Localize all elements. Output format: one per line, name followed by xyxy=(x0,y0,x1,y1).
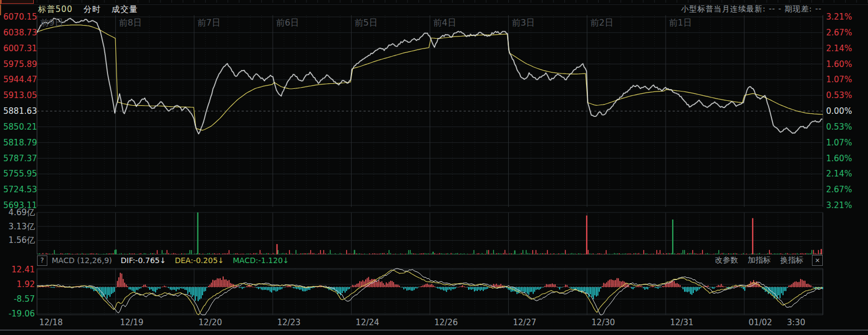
volume-axis-label: 1.56亿 xyxy=(3,235,35,246)
percent-axis-label: 1.07% xyxy=(826,75,852,84)
macd-toolbar: 改参数 加指标 换指标 ✕ xyxy=(705,255,823,266)
date-label: 12/30 xyxy=(592,318,615,327)
percent-axis-label: 3.21% xyxy=(826,12,852,22)
percent-axis-label: 2.14% xyxy=(826,44,852,53)
macd-axis-label: -8.57 xyxy=(3,294,35,304)
day-label: 前8日 xyxy=(119,17,141,29)
switch-indicator-button[interactable]: 换指标 xyxy=(780,255,803,265)
macd-axis-label: -19.06 xyxy=(3,309,35,319)
percent-axis-label: 0.53% xyxy=(826,90,852,100)
price-axis-label: 5850.21 xyxy=(3,122,35,132)
volume-axis-label: 3.13亿 xyxy=(3,221,35,232)
percent-axis-label: 1.07% xyxy=(826,138,852,148)
volume-axis-label: 4.69亿 xyxy=(3,208,35,218)
percent-axis-label: 2.14% xyxy=(826,169,852,179)
date-label: 12/26 xyxy=(434,318,458,327)
help-icon[interactable]: ? xyxy=(37,255,47,266)
percent-axis-label: 3.21% xyxy=(826,200,852,210)
date-label: 12/20 xyxy=(199,318,222,327)
trading-chart-app: 标普500 分时 成交量 小型标普当月连续最新: -- - 期现差: -- 60… xyxy=(0,0,868,335)
day-label: 前6日 xyxy=(276,17,299,29)
price-axis-label: 5944.47 xyxy=(3,75,35,84)
day-label: 前4日 xyxy=(433,17,456,29)
percent-axis-label: 0.53% xyxy=(826,122,852,132)
price-axis-label: 6007.31 xyxy=(3,44,35,53)
day-label: 前9日 xyxy=(40,17,63,29)
chart-canvas[interactable] xyxy=(0,0,868,335)
price-axis-label: 6038.73 xyxy=(3,28,35,38)
add-indicator-button[interactable]: 加指标 xyxy=(748,255,771,265)
day-label: 前1日 xyxy=(669,17,692,29)
macd-macd-value: MACD:-1.120↓ xyxy=(233,256,290,265)
percent-axis-label: 2.67% xyxy=(826,185,852,194)
price-axis-label: 5724.53 xyxy=(3,185,35,194)
price-axis-label: 5818.79 xyxy=(3,138,35,148)
price-axis-label: 5787.37 xyxy=(3,154,35,163)
price-axis-label: 5755.95 xyxy=(3,169,35,179)
price-axis-label: 6070.15 xyxy=(3,12,35,22)
close-icon[interactable]: ✕ xyxy=(812,255,823,266)
percent-axis-label: 0.00% xyxy=(826,106,852,116)
date-label: 12/27 xyxy=(513,318,536,327)
date-label: 12/23 xyxy=(277,318,300,327)
macd-axis-label: 1.92 xyxy=(3,279,35,289)
price-axis-label: 5913.05 xyxy=(3,90,35,100)
macd-dif-value: DIF:-0.765↓ xyxy=(121,256,166,265)
day-label: 前3日 xyxy=(512,17,534,29)
day-label: 前5日 xyxy=(355,17,378,29)
change-params-button[interactable]: 改参数 xyxy=(715,255,738,265)
date-label: 3:30 xyxy=(787,318,805,327)
day-label: 前2日 xyxy=(590,17,613,29)
price-axis-label: 5881.63 xyxy=(3,106,35,116)
date-label: 01/02 xyxy=(749,318,772,327)
day-label: 前7日 xyxy=(198,17,220,29)
macd-axis-label: 12.41 xyxy=(3,265,35,275)
date-label: 12/31 xyxy=(670,318,693,327)
percent-axis-label: 2.67% xyxy=(826,28,852,38)
macd-indicator-name: MACD (12,26,9) xyxy=(52,256,112,265)
date-label: 12/19 xyxy=(120,318,143,327)
price-axis-label: 5975.89 xyxy=(3,59,35,69)
date-label: 12/24 xyxy=(356,318,379,327)
macd-dea-value: DEA:-0.205↓ xyxy=(175,256,224,265)
percent-axis-label: 1.60% xyxy=(826,154,852,163)
date-label: 12/18 xyxy=(39,318,63,327)
macd-header: ? MACD (12,26,9) DIF:-0.765↓ DEA:-0.205↓… xyxy=(37,254,823,267)
percent-axis-label: 1.60% xyxy=(826,59,852,69)
